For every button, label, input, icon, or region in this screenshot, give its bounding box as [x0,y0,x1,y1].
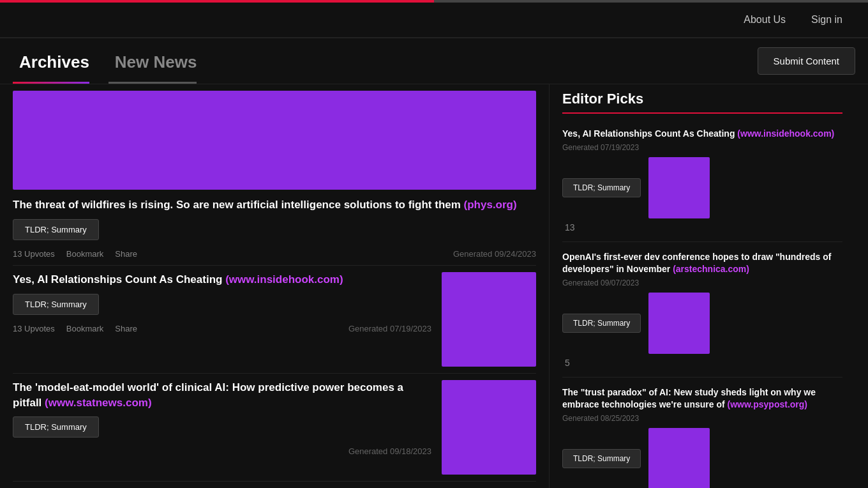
article-text-block: Yes, AI Relationships Count As Cheating … [13,272,431,333]
pick-thumbnail [648,157,710,218]
pick-thumbnail [648,293,710,354]
pick-item: Yes, AI Relationships Count As Cheating … [562,119,842,242]
article-meta-row: 13 Upvotes Bookmark Share Generated 07/1… [13,324,431,333]
article-card: Yes, AI Relationships Count As Cheating … [13,272,536,374]
header-nav: About Us Sign in [744,14,842,26]
tldr-summary-button[interactable]: TLDR; Summary [13,294,99,315]
pick-title: OpenAI's first-ever dev conference hopes… [562,251,842,276]
tabs-row: Archives New News Submit Content [0,38,868,84]
article-date: Generated 07/19/2023 [348,324,431,333]
tldr-summary-button[interactable]: TLDR; Summary [13,219,99,240]
article-image [13,91,536,190]
main-content: The threat of wildfires is rising. So ar… [0,84,868,488]
article-card: The 'model-eat-model world' of clinical … [13,380,536,482]
sidebar: Editor Picks Yes, AI Relationships Count… [549,84,855,488]
pick-count: 13 [562,218,842,233]
pick-actions: TLDR; Summary [562,314,641,333]
article-date: Generated 09/18/2023 [348,446,431,456]
pick-count: 5 [562,354,842,368]
articles-column: The threat of wildfires is rising. So ar… [0,84,549,488]
bookmark-label[interactable]: Bookmark [66,249,104,259]
pick-source-link[interactable]: (www.insidehook.com) [737,128,834,139]
pick-actions: TLDR; Summary [562,449,641,468]
pick-thumbnail [648,428,710,488]
article-with-thumb: The 'model-eat-model world' of clinical … [13,380,536,475]
sign-in-link[interactable]: Sign in [811,14,842,26]
pick-date: Generated 08/25/2023 [562,414,842,423]
pick-title: Yes, AI Relationships Count As Cheating … [562,128,842,141]
header: About Us Sign in [0,3,868,38]
article-date: Generated 09/24/2023 [453,249,536,259]
article-source-link[interactable]: (www.statnews.com) [45,397,152,409]
article-source-link[interactable]: (www.insidehook.com) [225,273,343,286]
article-source-link[interactable]: (phys.org) [464,199,517,211]
submit-content-button[interactable]: Submit Content [758,47,855,75]
article-text-block: The 'model-eat-model world' of clinical … [13,380,431,457]
pick-source-link[interactable]: (www.psypost.org) [728,399,807,409]
pick-row: TLDR; Summary [562,293,842,354]
share-label[interactable]: Share [115,324,137,333]
upvotes-label[interactable]: 13 Upvotes [13,249,55,259]
article-with-thumb: Yes, AI Relationships Count As Cheating … [13,272,536,367]
share-label[interactable]: Share [115,249,137,259]
article-meta-row: 13 Upvotes Bookmark Share Generated 09/2… [13,249,536,259]
pick-date: Generated 09/07/2023 [562,278,842,287]
article-thumbnail [442,272,536,367]
pick-tldr-button[interactable]: TLDR; Summary [562,449,641,468]
editor-picks-title: Editor Picks [562,91,842,114]
pick-item: The "trust paradox" of AI: New study she… [562,377,842,488]
article-meta-row: Generated 09/18/2023 [13,446,431,456]
article-title: Yes, AI Relationships Count As Cheating … [13,272,431,287]
pick-item: OpenAI's first-ever dev conference hopes… [562,242,842,377]
pick-title: The "trust paradox" of AI: New study she… [562,386,842,411]
article-thumbnail [442,380,536,475]
about-us-link[interactable]: About Us [744,14,786,26]
pick-tldr-button[interactable]: TLDR; Summary [562,178,641,197]
pick-date: Generated 07/19/2023 [562,143,842,152]
article-title: The threat of wildfires is rising. So ar… [13,197,536,213]
article-card: The threat of wildfires is rising. So ar… [13,91,536,266]
tab-new-news[interactable]: New News [108,38,216,84]
upvotes-label[interactable]: 13 Upvotes [13,324,55,333]
tldr-summary-button[interactable]: TLDR; Summary [13,416,99,438]
tab-archives[interactable]: Archives [13,38,108,84]
pick-actions: TLDR; Summary [562,178,641,197]
pick-row: TLDR; Summary [562,157,842,218]
bookmark-label[interactable]: Bookmark [66,324,104,333]
pick-tldr-button[interactable]: TLDR; Summary [562,314,641,333]
pick-source-link[interactable]: (arstechnica.com) [673,264,749,274]
article-title: The 'model-eat-model world' of clinical … [13,380,431,411]
pick-row: TLDR; Summary [562,428,842,488]
